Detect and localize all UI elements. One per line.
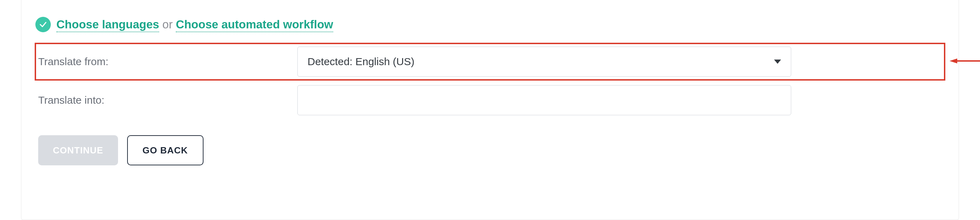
translate-from-label: Translate from: (38, 56, 298, 68)
go-back-button[interactable]: GO BACK (127, 135, 204, 165)
translate-from-select[interactable]: Detected: English (US) (298, 46, 791, 77)
translate-from-value: Detected: English (US) (307, 56, 414, 68)
settings-panel: Choose languages or Choose automated wor… (21, 0, 959, 220)
choose-workflow-link[interactable]: Choose automated workflow (176, 18, 333, 32)
svg-marker-1 (950, 59, 957, 64)
continue-button[interactable]: CONTINUE (38, 135, 118, 165)
translate-into-row: Translate into: (21, 83, 959, 118)
translate-from-row-highlight: Translate from: Detected: English (US) (35, 43, 945, 81)
translate-into-label: Translate into: (38, 94, 298, 106)
choose-languages-link[interactable]: Choose languages (56, 18, 159, 32)
translate-into-input[interactable] (298, 85, 791, 115)
chevron-down-icon (774, 59, 781, 64)
step-title: Choose languages or Choose automated wor… (56, 18, 333, 31)
action-buttons: CONTINUE GO BACK (21, 118, 959, 176)
check-icon (35, 17, 51, 32)
annotation-arrow-icon (950, 57, 980, 66)
step-header: Choose languages or Choose automated wor… (21, 0, 959, 39)
or-separator: or (162, 18, 173, 31)
